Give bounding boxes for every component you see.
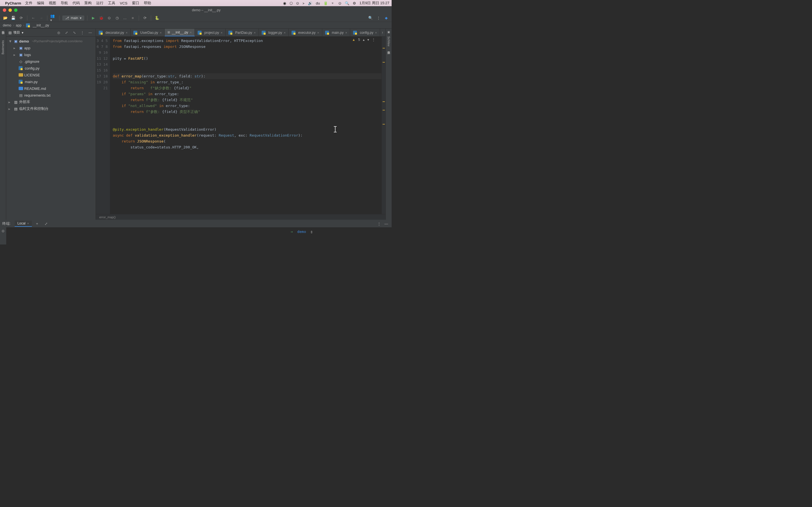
editor-scrollbar[interactable] bbox=[382, 37, 386, 214]
stop-button[interactable]: ■ bbox=[130, 15, 136, 21]
editor-tab[interactable]: ⊞__init__.py× bbox=[165, 29, 195, 36]
editor-tab[interactable]: project.py× bbox=[195, 29, 225, 36]
hide-terminal-icon[interactable]: — bbox=[383, 221, 389, 227]
bookmarks-tool-button[interactable]: Bookmarks bbox=[1, 40, 4, 54]
editor-tab[interactable]: PartDao.py× bbox=[225, 29, 259, 36]
tree-file-readme[interactable]: README.md bbox=[7, 85, 96, 92]
tree-file-license[interactable]: LICENSE bbox=[7, 71, 96, 78]
menu-refactor[interactable]: 重构 bbox=[84, 1, 92, 6]
menu-view[interactable]: 视图 bbox=[49, 1, 56, 6]
input-icon[interactable]: du bbox=[316, 1, 320, 5]
menu-tools[interactable]: 工具 bbox=[108, 1, 115, 6]
open-button[interactable]: 📂 bbox=[2, 15, 8, 21]
tree-scratches[interactable]: ▸▤临时文件和控制台 bbox=[7, 105, 96, 112]
reload-button[interactable]: ⟳ bbox=[18, 15, 24, 21]
project-tool-button[interactable]: ▦ bbox=[2, 31, 4, 34]
git-update-button[interactable]: ⟳ bbox=[142, 15, 148, 21]
close-icon[interactable]: × bbox=[190, 31, 192, 34]
attach-button[interactable]: … bbox=[122, 15, 128, 21]
code-content[interactable]: from fastapi.exceptions import RequestVa… bbox=[110, 37, 382, 214]
terminal-content[interactable]: → demo ▯ bbox=[6, 227, 392, 244]
close-icon[interactable]: × bbox=[254, 31, 255, 34]
menubar-clock[interactable]: 1月9日 周日 15:27 bbox=[359, 1, 389, 6]
crumb-project[interactable]: demo bbox=[3, 23, 11, 27]
tree-file-main[interactable]: main.py bbox=[7, 78, 96, 85]
menu-edit[interactable]: 编辑 bbox=[37, 1, 44, 6]
close-icon[interactable]: × bbox=[345, 31, 347, 34]
spotlight-icon[interactable]: 🔍 bbox=[345, 1, 349, 5]
profile-button[interactable]: ◷ bbox=[114, 15, 120, 21]
tree-folder-logs[interactable]: ▸▣logs bbox=[7, 51, 96, 58]
coverage-button[interactable]: ⊙ bbox=[106, 15, 112, 21]
tree-external-libs[interactable]: ▸▥外部库 bbox=[7, 99, 96, 105]
save-button[interactable]: 💾 bbox=[10, 15, 16, 21]
menu-window[interactable]: 窗口 bbox=[132, 1, 139, 6]
close-icon[interactable]: × bbox=[375, 31, 377, 34]
editor-tab[interactable]: executor.py× bbox=[289, 29, 322, 36]
wifi-icon[interactable]: ᯤ bbox=[331, 1, 335, 5]
app-name[interactable]: PyCharm bbox=[5, 1, 21, 5]
play-icon[interactable]: ⊙ bbox=[296, 1, 299, 5]
more-icon[interactable]: ⋮ bbox=[79, 30, 86, 36]
tree-file-config[interactable]: config.py bbox=[7, 65, 96, 71]
editor-tab[interactable]: UserDao.py× bbox=[131, 29, 165, 36]
chevron-down-icon[interactable]: ▾ bbox=[22, 31, 23, 35]
hex-icon[interactable]: ⬡ bbox=[290, 1, 293, 5]
menu-run[interactable]: 运行 bbox=[96, 1, 103, 6]
editor-inspections[interactable]: ▲ 5 ▴ ▾ ⋮ bbox=[352, 38, 375, 42]
terminal-tab-local[interactable]: Local× bbox=[15, 221, 32, 227]
bluetooth-icon[interactable]: ᚛ bbox=[303, 1, 305, 5]
terminal-more-icon[interactable]: ⋮ bbox=[376, 221, 382, 227]
fullscreen-window-button[interactable] bbox=[14, 8, 17, 12]
crumb-folder[interactable]: app bbox=[16, 23, 21, 27]
expand-icon[interactable]: ⤢ bbox=[63, 30, 70, 36]
code-with-me-button[interactable]: 👥▾ bbox=[50, 15, 56, 21]
run-button[interactable]: ▶ bbox=[90, 15, 96, 21]
close-icon[interactable]: × bbox=[160, 31, 161, 34]
new-terminal-button[interactable]: ＋ bbox=[33, 221, 41, 226]
target-icon[interactable]: ◎ bbox=[56, 30, 62, 36]
editor-tab[interactable]: logger.py× bbox=[259, 29, 289, 36]
editor-breadcrumb[interactable]: error_map() bbox=[96, 214, 386, 220]
control-center-icon[interactable]: ⚙ bbox=[353, 1, 356, 5]
editor-tab[interactable]: config.py× bbox=[350, 29, 380, 36]
more-icon[interactable]: ⋮ bbox=[372, 38, 375, 42]
obs-icon[interactable]: ◉ bbox=[283, 1, 286, 5]
tree-folder-app[interactable]: ▸▣app bbox=[7, 45, 96, 51]
close-icon[interactable]: × bbox=[317, 31, 319, 34]
collapse-icon[interactable]: ⤡ bbox=[71, 30, 78, 36]
expander-icon[interactable]: ▼ bbox=[8, 39, 12, 43]
prev-tab-icon[interactable]: ↑ bbox=[382, 31, 384, 35]
menu-help[interactable]: 帮助 bbox=[144, 1, 151, 6]
hide-panel-icon[interactable]: — bbox=[87, 30, 93, 36]
forward-button[interactable]: → bbox=[38, 15, 44, 21]
back-button[interactable]: ← bbox=[30, 15, 36, 21]
settings-button[interactable]: ⋮ bbox=[375, 15, 382, 21]
minimize-window-button[interactable] bbox=[8, 8, 12, 12]
next-highlight-icon[interactable]: ▾ bbox=[367, 38, 369, 42]
crumb-file[interactable]: __init__.py bbox=[33, 23, 49, 27]
close-icon[interactable]: × bbox=[284, 31, 285, 34]
user-icon[interactable]: ⊙ bbox=[338, 1, 342, 5]
python-console-button[interactable]: 🐍 bbox=[154, 15, 160, 21]
sciview-tool-button[interactable]: SciView bbox=[387, 36, 390, 46]
prev-highlight-icon[interactable]: ▴ bbox=[363, 38, 364, 42]
git-branch-selector[interactable]: ⎇ main ▾ bbox=[62, 15, 84, 20]
search-everywhere-button[interactable]: 🔍 bbox=[367, 15, 373, 21]
editor-tab[interactable]: decorator.py× bbox=[96, 29, 131, 36]
close-icon[interactable]: × bbox=[126, 31, 128, 34]
terminal-settings-icon[interactable]: ⚙ bbox=[1, 229, 5, 233]
debug-button[interactable]: 🐞 bbox=[98, 15, 104, 21]
code-editor[interactable]: 3 4 5 6 7 8 9 10 11 12 13 14 15 16 17 18… bbox=[96, 37, 386, 214]
tree-file-requirements[interactable]: ▤requirements.txt bbox=[7, 92, 96, 99]
expand-terminal-icon[interactable]: ⤢ bbox=[42, 222, 50, 226]
menu-code[interactable]: 代码 bbox=[72, 1, 80, 6]
tree-file-gitignore[interactable]: ◇.gitignore bbox=[7, 58, 96, 65]
battery-icon[interactable]: 🔋 bbox=[323, 1, 328, 5]
ide-settings-button[interactable]: ◆ bbox=[383, 15, 389, 21]
project-tree[interactable]: ▼ ▣ demo ~/PycharmProjects/github.com/de… bbox=[6, 37, 96, 113]
close-icon[interactable]: × bbox=[27, 222, 29, 225]
editor-tab[interactable]: main.py× bbox=[322, 29, 350, 36]
tree-root[interactable]: ▼ ▣ demo ~/PycharmProjects/github.com/de… bbox=[7, 38, 96, 45]
close-window-button[interactable] bbox=[3, 8, 6, 12]
